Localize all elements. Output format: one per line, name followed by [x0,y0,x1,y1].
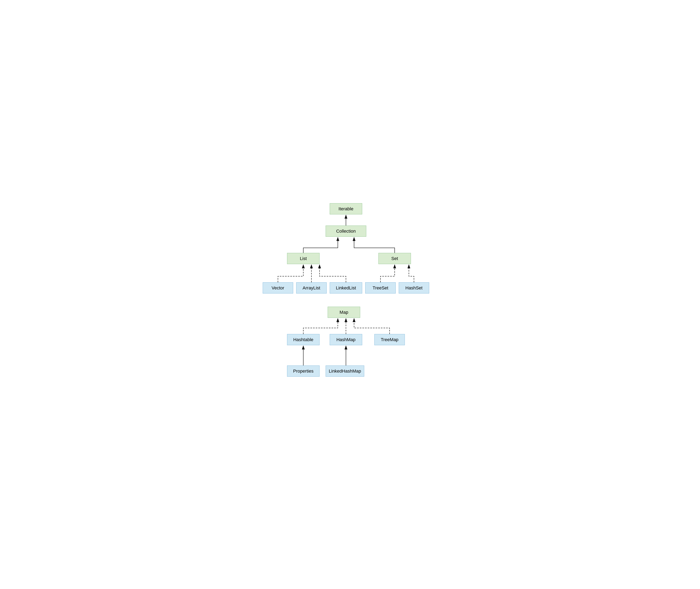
node-hashmap: HashMap [330,334,362,345]
node-properties: Properties [287,366,319,377]
node-collection: Collection [326,225,366,237]
node-linkedhashmap: LinkedHashMap [326,366,364,377]
arrow-linkedlist-list [319,265,346,282]
arrow-hashset-set [409,265,414,282]
arrow-hashtable-map [303,319,338,334]
arrow-treeset-set [381,265,395,282]
node-set: Set [379,253,411,264]
arrow-set-collection [354,237,395,253]
arrow-vector-list [278,265,303,282]
node-arraylist: ArrayList [296,282,327,293]
node-map: Map [328,307,360,318]
arrow-treemap-map [354,319,390,334]
node-treeset: TreeSet [365,282,396,293]
node-treemap: TreeMap [374,334,405,345]
diagram: Iterable Collection List Set Vector Arra… [263,203,437,386]
node-vector: Vector [263,282,293,293]
arrow-list-collection [303,237,338,253]
node-hashset: HashSet [399,282,429,293]
node-iterable: Iterable [330,203,362,214]
node-hashtable: Hashtable [287,334,319,345]
node-linkedlist: LinkedList [330,282,362,293]
node-list: List [287,253,319,264]
